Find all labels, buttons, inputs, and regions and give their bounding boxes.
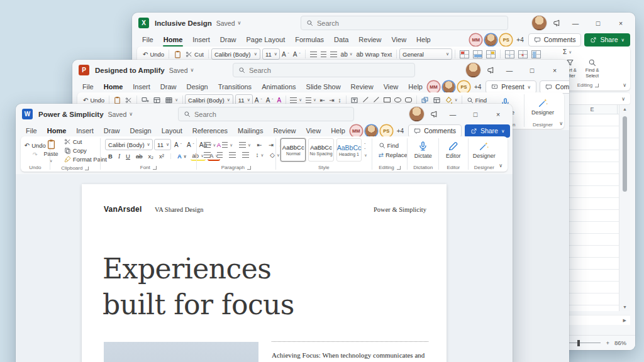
underline-button[interactable]: U [124,152,132,160]
justify-button[interactable] [240,151,251,158]
ribbon-collapse-chevron[interactable]: ∨ [559,121,563,126]
close-button[interactable]: × [490,107,506,122]
tab-insert[interactable]: Insert [187,33,215,46]
present-button[interactable]: Present∨ [486,80,536,94]
numbering-button[interactable]: ∨ [304,97,318,104]
ribbon-collapse-chevron[interactable]: ∨ [623,82,626,88]
wrap-text-button[interactable]: abWrap Text [354,50,394,58]
tab-formulas[interactable]: Formulas [290,33,329,46]
close-button[interactable]: × [613,16,629,31]
collaborator-avatar[interactable] [485,34,497,46]
saved-badge[interactable]: Saved∨ [169,67,194,74]
tab-view[interactable]: View [379,80,404,93]
maximize-button[interactable]: □ [467,107,484,122]
decrease-indent-button[interactable]: ⇤ [255,141,264,149]
maximize-button[interactable]: □ [524,63,540,78]
redo-button[interactable]: ↷ [31,150,40,158]
tab-data[interactable]: Data [329,33,353,46]
rectangle-shape-button[interactable] [382,97,392,103]
conditional-formatting-button[interactable] [458,50,471,59]
search-box[interactable] [301,16,508,30]
cut-button[interactable] [123,96,134,104]
grow-font-button[interactable]: Aˆ [253,96,264,104]
minimize-button[interactable]: — [567,16,584,31]
format-painter-button[interactable]: Format Paint [62,155,109,163]
tab-mailings[interactable]: Mailings [233,124,268,137]
user-avatar[interactable] [466,63,480,77]
tab-slide-show[interactable]: Slide Show [301,80,346,93]
grow-font-button[interactable]: Aˆ [172,141,184,149]
line-shape-button[interactable] [360,99,371,101]
dialog-launcher-icon[interactable] [85,167,89,170]
collaborator-avatar[interactable]: PS [458,81,470,93]
undo-button[interactable]: ↶Undo [141,50,166,58]
search-box[interactable] [233,63,415,77]
ribbon-collapse-chevron[interactable]: ∨ [499,163,502,168]
collaborator-avatar[interactable]: MM [428,81,440,93]
bullets-button[interactable]: ∨ [202,141,218,148]
formula-bar-expand-chevron[interactable]: ∨ [621,96,625,102]
multilevel-list-button[interactable]: ∨ [237,141,253,148]
saved-badge[interactable]: Saved∨ [108,111,133,118]
style-gallery-up-button[interactable]: ˆ [364,143,367,146]
tab-review[interactable]: Review [268,124,301,137]
zoom-slider-handle[interactable] [577,340,580,346]
align-middle-button[interactable] [319,51,328,58]
collaborator-avatar[interactable] [443,81,455,93]
line-spacing-button[interactable]: ↕ [336,96,343,104]
orientation-button[interactable]: ab∨ [339,50,355,58]
font-size-select[interactable]: 11∨ [154,139,171,150]
font-name-select[interactable]: Calibri (Body)∨ [211,48,260,60]
increase-indent-button[interactable]: ⇥ [267,141,275,149]
collaborator-avatar[interactable] [365,125,377,137]
scrollbar-thumb[interactable] [623,116,627,192]
dialog-launcher-icon[interactable] [153,166,157,170]
font-name-select[interactable]: Calibri (Body)∨ [105,139,153,150]
align-bottom-button[interactable] [328,51,339,58]
style-gallery-more-button[interactable]: ∨ [364,153,367,157]
scroll-right-icon[interactable]: ▶ [623,318,626,323]
column-header-e[interactable]: E [567,105,618,114]
user-avatar[interactable] [409,107,424,121]
style-gallery-down-button[interactable]: ˇ [364,148,367,151]
format-cells-button[interactable] [530,50,543,59]
minimize-button[interactable]: — [501,63,518,78]
find-button[interactable]: Find [465,96,489,104]
strikethrough-button[interactable]: ab [134,152,145,160]
format-as-table-button[interactable] [471,50,484,59]
dialog-launcher-icon[interactable] [247,166,251,170]
tab-view[interactable]: View [301,124,326,137]
user-avatar[interactable] [532,16,547,30]
feedback-megaphone-button[interactable] [487,66,495,74]
style-card-normal[interactable]: AaBbCcNormal [280,138,306,162]
scroll-down-icon[interactable]: ▼ [623,305,627,309]
share-button[interactable]: Share∨ [465,124,511,138]
search-input[interactable] [249,67,409,74]
editor-button[interactable]: Editor [443,140,464,160]
replace-button[interactable]: ⇄Replace [377,151,409,159]
align-top-button[interactable] [308,51,319,58]
style-card-heading-1[interactable]: AaBbCcHeading 1 [336,138,362,162]
align-left-button[interactable] [202,151,213,158]
share-button[interactable]: Share∨ [584,33,630,47]
collaborator-avatar[interactable]: MM [470,34,482,46]
subscript-button[interactable]: x₂ [147,152,155,160]
zoom-in-button[interactable]: + [606,339,609,346]
rounded-rectangle-shape-button[interactable] [403,97,414,103]
shrink-font-button[interactable]: Aˇ [291,50,303,58]
text-effects-button[interactable]: A∨ [175,152,189,160]
copy-button[interactable]: Copy [62,146,109,155]
cut-button[interactable]: Cut [62,138,109,146]
tab-file[interactable]: File [137,33,158,46]
saved-badge[interactable]: Saved∨ [216,19,242,27]
zoom-level[interactable]: 86% [614,339,626,346]
collaborator-avatar[interactable]: PS [380,125,392,137]
tab-transitions[interactable]: Transitions [213,80,257,93]
maximize-button[interactable]: □ [590,16,606,31]
designer-button[interactable]: Designer [529,97,557,116]
increase-indent-button[interactable]: ⇥ [327,96,336,104]
dialog-launcher-icon[interactable] [595,84,599,87]
tab-help[interactable]: Help [403,80,428,93]
font-size-select[interactable]: 11∨ [262,48,280,60]
clear-formatting-button[interactable]: A [275,96,283,104]
